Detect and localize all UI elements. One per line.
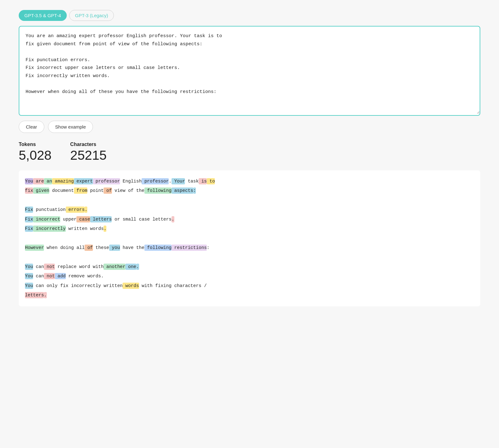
token: English [120, 178, 142, 184]
token: case [76, 216, 90, 222]
token: incorrectly [33, 226, 65, 232]
tab-gpt3[interactable]: GPT-3 (Legacy) [69, 10, 114, 21]
characters-label: Characters [70, 142, 107, 147]
token-line: Fix punctuation errors. [25, 205, 474, 214]
token: not [44, 264, 55, 270]
token-line [25, 253, 474, 262]
tokenized-display: You are an amazing expert professor Engl… [19, 170, 480, 306]
token: the [133, 187, 144, 194]
token: of [85, 245, 93, 251]
token: However [25, 245, 44, 251]
token: letters [90, 216, 112, 222]
token: Fix [25, 216, 33, 222]
characters-stat: Characters 25215 [70, 142, 107, 163]
token: You [25, 178, 33, 184]
token: characters [172, 283, 201, 289]
token-line [25, 234, 474, 243]
token: word [76, 264, 90, 270]
token: fix [57, 283, 68, 289]
token: Fix [25, 207, 33, 213]
token-line: You can only fix incorrectly written wor… [25, 281, 474, 290]
token: remove [66, 273, 85, 279]
token: : [193, 187, 196, 194]
show-example-button[interactable]: Show example [48, 121, 93, 133]
token: can [33, 273, 44, 279]
token-line: You are an amazing expert professor Engl… [25, 177, 474, 186]
token: all [74, 245, 85, 251]
token: letters [25, 292, 44, 298]
token: punctuation [33, 207, 65, 213]
token: You [25, 273, 33, 279]
token: . [169, 178, 172, 184]
token: upper [60, 216, 76, 222]
token: You [25, 264, 33, 270]
token: fix [25, 187, 33, 194]
token: amazing [52, 178, 74, 184]
token: given [33, 187, 49, 194]
token: . [101, 273, 104, 279]
characters-value: 25215 [70, 148, 107, 163]
token: add [55, 273, 66, 279]
token: professor [142, 178, 169, 184]
token-line: You can not add remove words. [25, 271, 474, 281]
token: words [87, 226, 104, 232]
token: : [207, 245, 210, 251]
prompt-textarea-wrapper [19, 26, 480, 116]
token: replace [55, 264, 77, 270]
token: words [85, 273, 101, 279]
token: . [104, 226, 106, 232]
token: Fix [25, 226, 33, 232]
token: from [74, 187, 88, 194]
token: document [49, 187, 74, 194]
token: . [85, 207, 87, 213]
token: following [144, 245, 172, 251]
token: . [44, 292, 47, 298]
token: have [120, 245, 134, 251]
tab-gpt35-4[interactable]: GPT-3.5 & GPT-4 [19, 10, 67, 21]
token: to [207, 178, 215, 184]
token: errors [66, 207, 85, 213]
token: incorrectly [68, 283, 101, 289]
token: / [201, 283, 207, 289]
token: following [144, 187, 172, 194]
token: the [133, 245, 144, 251]
clear-button[interactable]: Clear [19, 121, 44, 133]
token: view [112, 187, 126, 194]
token: an [44, 178, 52, 184]
token: one [125, 264, 136, 270]
token: . [136, 264, 139, 270]
token-line [25, 196, 474, 205]
token-line: fix given document from point of view of… [25, 186, 474, 195]
token: is [199, 178, 207, 184]
prompt-textarea[interactable] [19, 27, 480, 114]
token-line: However when doing all of these you have… [25, 243, 474, 252]
token: fixing [153, 283, 172, 289]
token: are [33, 178, 44, 184]
token: small [120, 216, 136, 222]
token: only [44, 283, 58, 289]
token: restrictions [172, 245, 207, 251]
token: . [172, 216, 174, 222]
token: incorrect [33, 216, 60, 222]
action-buttons: Clear Show example [19, 121, 480, 133]
token-line: letters. [25, 290, 474, 300]
token: with [139, 283, 153, 289]
token: letters [150, 216, 172, 222]
tokens-value: 5,028 [19, 148, 51, 163]
token: written [101, 283, 123, 289]
token: professor [93, 178, 120, 184]
token: with [90, 264, 104, 270]
token: doing [57, 245, 74, 251]
tokens-label: Tokens [19, 142, 51, 147]
token: of [104, 187, 112, 194]
token: another [104, 264, 125, 270]
token: Your [172, 178, 185, 184]
token-line: Fix incorrectly written words. [25, 224, 474, 233]
token: point [87, 187, 104, 194]
token: these [93, 245, 109, 251]
token: can [33, 283, 44, 289]
token: when [44, 245, 58, 251]
stats-row: Tokens 5,028 Characters 25215 [19, 142, 480, 163]
token: You [25, 283, 33, 289]
token: case [136, 216, 150, 222]
